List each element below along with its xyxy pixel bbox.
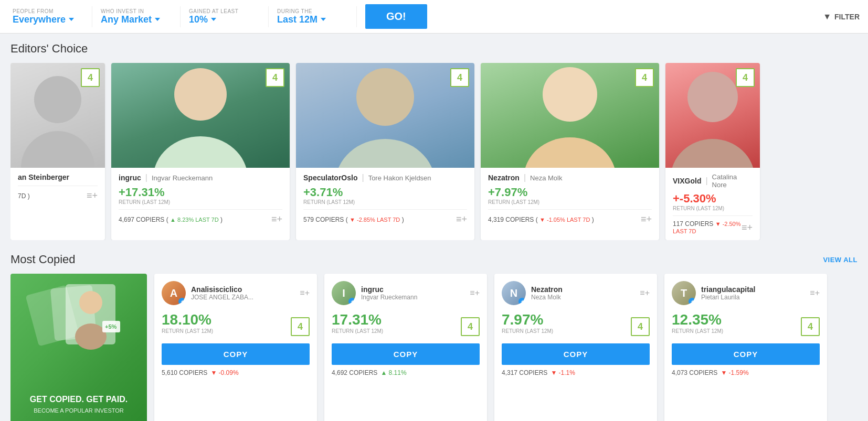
filter-icon: ▼ bbox=[823, 12, 831, 21]
svg-point-9 bbox=[671, 139, 755, 168]
trader-card-nezatron: 4 Nezatron | Neza Molk +7.97% RETURN (LA… bbox=[481, 63, 659, 240]
during-value[interactable]: Last 12M bbox=[277, 14, 352, 25]
promo-sub-text: BECOME A POPULAR INVESTOR bbox=[30, 407, 128, 414]
card-body-vixgold: VIXGold | Catalina Nore +-5.30% RETURN (… bbox=[665, 168, 760, 240]
card-name-row-vixgold: VIXGold | Catalina Nore bbox=[673, 173, 753, 189]
return-row-nezatron: +7.97% RETURN (LAST 12M) bbox=[488, 186, 652, 205]
avatar-ingruc: I ★ bbox=[332, 281, 356, 305]
risk-badge-triangula: 4 bbox=[801, 317, 820, 336]
svg-point-4 bbox=[356, 68, 414, 126]
card-body-partial: an Steinberger 7D ) ≡+ bbox=[10, 168, 105, 207]
menu-icon-triangula[interactable]: ≡+ bbox=[810, 288, 820, 298]
card-divider-nezatron: | bbox=[524, 173, 526, 182]
card-photo-nezatron: 4 bbox=[481, 63, 659, 168]
trader-card-ingruc: 4 ingruc | Ingvar Rueckemann +17.31% RET… bbox=[111, 63, 290, 240]
promo-faces-graphic: +5% bbox=[21, 279, 136, 352]
copy-list-icon-speculator[interactable]: ≡+ bbox=[456, 214, 467, 225]
copiers-bottom-ingruc: 4,692 COPIERS ▲ 8.11% bbox=[332, 369, 480, 376]
view-all-button[interactable]: VIEW ALL bbox=[823, 256, 858, 264]
who-invest-label: WHO INVEST IN bbox=[101, 8, 176, 14]
people-from-arrow-icon bbox=[69, 18, 74, 21]
risk-badge-vixgold: 4 bbox=[736, 68, 755, 87]
copied-card-nezatron2: N ★ Nezatron Neza Molk ≡+ 7.97% RETURN (… bbox=[494, 274, 657, 421]
editors-scroll: 4 an Steinberger 7D ) ≡+ bbox=[10, 63, 858, 240]
copiers-row-speculator: 579 COPIERS ( ▼ -2.85% LAST 7D ) ≡+ bbox=[303, 209, 467, 225]
copied-trader-info-triangula: T ★ triangulacapital Pietari Laurila bbox=[672, 281, 755, 305]
card-fullname-ingruc: Ingvar Rueckemann bbox=[152, 174, 213, 182]
copy-list-icon-ingruc[interactable]: ≡+ bbox=[271, 214, 282, 225]
card-photo-ingruc: 4 bbox=[111, 63, 290, 168]
menu-icon-nezatron2[interactable]: ≡+ bbox=[640, 288, 650, 298]
copied-card-triangula: T ★ triangulacapital Pietari Laurila ≡+ … bbox=[664, 274, 827, 421]
who-invest-filter[interactable]: WHO INVEST IN Any Market bbox=[97, 6, 181, 27]
copy-list-icon-vixgold[interactable]: ≡+ bbox=[742, 222, 753, 233]
copied-username-ingruc: ingruc bbox=[361, 285, 417, 294]
copied-fullname-nezatron2: Neza Molk bbox=[531, 294, 563, 301]
promo-card[interactable]: +5% GET COPIED. GET PAID. BECOME A POPUL… bbox=[10, 274, 147, 421]
return-label-nezatron: RETURN (LAST 12M) bbox=[488, 199, 539, 205]
return-row-nezatron2: 7.97% RETURN (LAST 12M) 4 bbox=[502, 311, 650, 336]
risk-badge-nezatron2: 4 bbox=[631, 317, 650, 336]
who-invest-value[interactable]: Any Market bbox=[101, 14, 176, 25]
svg-point-8 bbox=[687, 72, 738, 122]
return-value-nezatron: +7.97% bbox=[488, 186, 539, 199]
svg-point-7 bbox=[524, 137, 616, 168]
copy-button-ingruc[interactable]: COPY bbox=[332, 343, 480, 365]
copiers-row-partial: 7D ) ≡+ bbox=[18, 186, 98, 201]
copiers-change-triangula: ▼ -1.59% bbox=[721, 369, 748, 376]
trader-card-partial: 4 an Steinberger 7D ) ≡+ bbox=[10, 63, 105, 240]
people-from-value[interactable]: Everywhere bbox=[13, 14, 88, 25]
gained-filter[interactable]: GAINED AT LEAST 10% bbox=[185, 6, 269, 27]
copied-trader-info-ingruc: I ★ ingruc Ingvar Rueckemann bbox=[332, 281, 417, 305]
copiers-text-partial: 7D ) bbox=[18, 192, 30, 200]
during-arrow-icon bbox=[321, 18, 326, 21]
svg-point-6 bbox=[543, 67, 597, 122]
copiers-count-nezatron2: 4,317 COPIERS bbox=[502, 369, 547, 376]
people-from-filter[interactable]: PEOPLE FROM Everywhere bbox=[8, 6, 92, 27]
card-username-speculator: SpeculatorOslo bbox=[303, 174, 357, 182]
menu-icon-ingruc[interactable]: ≡+ bbox=[470, 288, 480, 298]
copiers-row-vixgold: 117 COPIERS ▼ -2.50% LAST 7D ≡+ bbox=[673, 215, 753, 235]
filter-bar: PEOPLE FROM Everywhere WHO INVEST IN Any… bbox=[0, 0, 868, 34]
svg-point-13 bbox=[79, 291, 102, 314]
return-value-nezatron2: 7.97% bbox=[502, 311, 553, 328]
editors-choice-section: Editors' Choice 4 an Steinberger 7D ) bbox=[10, 42, 858, 240]
card-username-partial: an Steinberger bbox=[18, 173, 69, 181]
risk-badge-analisis: 4 bbox=[291, 317, 310, 336]
menu-icon-analisis[interactable]: ≡+ bbox=[300, 288, 310, 298]
copier-change-speculator: ▼ -2.85% LAST 7D bbox=[350, 217, 400, 223]
return-value-ingruc2: 17.31% bbox=[332, 311, 383, 328]
return-row-triangula: 12.35% RETURN (LAST 12M) 4 bbox=[672, 311, 820, 336]
svg-text:+5%: +5% bbox=[105, 323, 117, 330]
copiers-count-triangula: 4,073 COPIERS bbox=[672, 369, 717, 376]
risk-badge-speculator: 4 bbox=[450, 68, 469, 87]
copied-card-header-nezatron2: N ★ Nezatron Neza Molk ≡+ bbox=[502, 281, 650, 305]
copy-list-icon-nezatron[interactable]: ≡+ bbox=[641, 214, 652, 225]
star-badge-triangula: ★ bbox=[689, 298, 696, 305]
during-filter[interactable]: DURING THE Last 12M bbox=[273, 6, 357, 27]
go-button[interactable]: GO! bbox=[365, 4, 427, 29]
copiers-text-ingruc: 4,697 COPIERS ( ▲ 8.23% LAST 7D ) bbox=[119, 216, 223, 223]
copy-button-triangula[interactable]: COPY bbox=[672, 343, 820, 365]
copiers-bottom-nezatron2: 4,317 COPIERS ▼ -1.1% bbox=[502, 369, 650, 376]
card-photo-vixgold: 4 bbox=[665, 63, 760, 168]
copied-fullname-triangula: Pietari Laurila bbox=[701, 294, 755, 301]
copy-button-nezatron2[interactable]: COPY bbox=[502, 343, 650, 365]
svg-point-0 bbox=[34, 76, 81, 123]
copiers-text-vixgold: 117 COPIERS ▼ -2.50% LAST 7D bbox=[673, 220, 742, 235]
return-label-speculator: RETURN (LAST 12M) bbox=[303, 199, 355, 205]
star-badge-ingruc: ★ bbox=[348, 298, 356, 305]
return-info-vixgold: +-5.30% RETURN (LAST 12M) bbox=[673, 192, 724, 211]
return-value-analisis: 18.10% bbox=[162, 311, 213, 328]
return-value-ingruc: +17.31% bbox=[119, 186, 170, 199]
gained-value[interactable]: 10% bbox=[189, 14, 264, 25]
risk-badge-nezatron: 4 bbox=[635, 68, 654, 87]
star-badge-analisis: ★ bbox=[178, 298, 186, 305]
return-block-nezatron2: 7.97% RETURN (LAST 12M) bbox=[502, 311, 553, 336]
filter-button[interactable]: ▼ FILTER bbox=[823, 12, 860, 21]
copy-button-analisis[interactable]: COPY bbox=[162, 343, 310, 365]
copy-list-icon-partial[interactable]: ≡+ bbox=[87, 190, 98, 201]
return-row-analisis: 18.10% RETURN (LAST 12M) 4 bbox=[162, 311, 310, 336]
card-name-row-partial: an Steinberger bbox=[18, 173, 98, 181]
card-photo-partial: 4 bbox=[10, 63, 105, 168]
